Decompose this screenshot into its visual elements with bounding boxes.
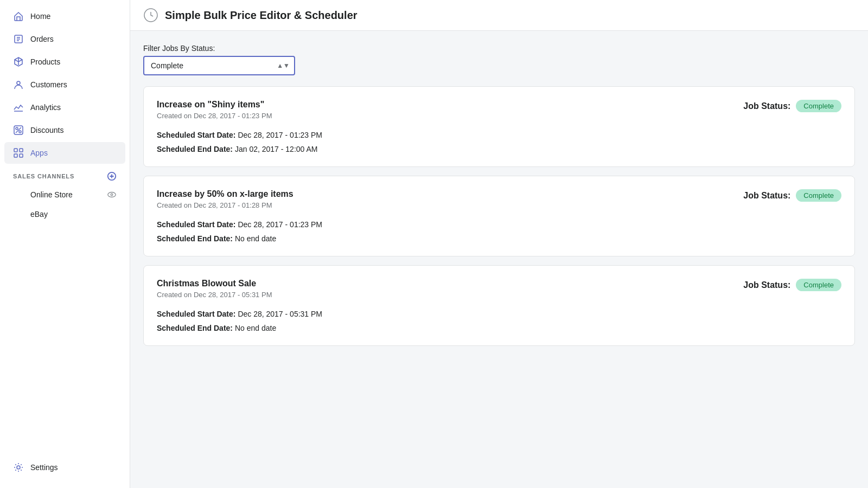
job-card-1-start-date: Scheduled Start Date: Dec 28, 2017 - 01:… <box>157 131 841 139</box>
home-icon <box>13 11 24 22</box>
job-card-2-status-badge: Complete <box>796 189 841 202</box>
job-card-1-dates: Scheduled Start Date: Dec 28, 2017 - 01:… <box>157 131 841 153</box>
filter-select[interactable]: All Complete Pending Running Failed <box>143 56 295 75</box>
job-card-1-end-date: Scheduled End Date: Jan 02, 2017 - 12:00… <box>157 145 841 153</box>
sidebar-item-online-store-label: Online Store <box>30 190 73 199</box>
job-card-3-start-label: Scheduled Start Date: <box>157 310 235 318</box>
sidebar-item-apps[interactable]: Apps <box>4 142 125 164</box>
sidebar-item-ebay-label: eBay <box>30 210 48 219</box>
job-card-1-created: Created on Dec 28, 2017 - 01:23 PM <box>157 112 272 120</box>
svg-point-12 <box>17 466 20 469</box>
job-list: Increase on "Shiny items" Created on Dec… <box>143 86 855 346</box>
job-card-2-start-date: Scheduled Start Date: Dec 28, 2017 - 01:… <box>157 220 841 229</box>
filter-section: Filter Jobs By Status: All Complete Pend… <box>143 44 855 75</box>
sidebar: Home Orders Products <box>0 0 130 488</box>
job-card-3-status-badge: Complete <box>796 279 841 291</box>
job-card-1-title: Increase on "Shiny items" <box>157 100 272 110</box>
sidebar-item-customers-label: Customers <box>30 80 67 89</box>
customers-icon <box>13 79 24 90</box>
job-card-2-start-label: Scheduled Start Date: <box>157 220 235 229</box>
sidebar-item-settings-label: Settings <box>30 463 58 472</box>
orders-icon <box>13 34 24 44</box>
sidebar-item-discounts-label: Discounts <box>30 126 63 134</box>
sales-channels-label: SALES CHANNELS <box>13 173 74 179</box>
analytics-icon <box>13 102 24 113</box>
job-card-3-title: Christmas Blowout Sale <box>157 279 272 288</box>
svg-rect-6 <box>20 149 23 152</box>
main-content: Simple Bulk Price Editor & Scheduler Fil… <box>130 0 868 488</box>
job-card-2-status-label: Job Status: <box>743 191 790 201</box>
job-card-2-start-value: Dec 28, 2017 - 01:23 PM <box>238 220 322 229</box>
sidebar-item-orders[interactable]: Orders <box>4 28 125 50</box>
job-card-2: Increase by 50% on x-large items Created… <box>143 176 855 256</box>
page-body: Filter Jobs By Status: All Complete Pend… <box>130 31 868 368</box>
job-card-1-end-label: Scheduled End Date: <box>157 145 233 153</box>
job-card-2-info: Increase by 50% on x-large items Created… <box>157 189 293 209</box>
job-card-1-start-label: Scheduled Start Date: <box>157 131 235 139</box>
job-card-3-end-label: Scheduled End Date: <box>157 324 233 332</box>
apps-icon <box>13 147 24 158</box>
job-card-2-header: Increase by 50% on x-large items Created… <box>157 189 841 209</box>
job-card-3-start-value: Dec 28, 2017 - 05:31 PM <box>238 310 322 318</box>
job-card-1-status-badge: Complete <box>796 100 841 112</box>
job-card-3: Christmas Blowout Sale Created on Dec 28… <box>143 265 855 346</box>
job-card-1-end-value: Jan 02, 2017 - 12:00 AM <box>235 145 318 153</box>
sidebar-item-online-store[interactable]: Online Store <box>4 185 125 204</box>
sidebar-nav: Home Orders Products <box>0 0 130 228</box>
job-card-3-created: Created on Dec 28, 2017 - 05:31 PM <box>157 291 272 299</box>
job-card-3-header: Christmas Blowout Sale Created on Dec 28… <box>157 279 841 299</box>
filter-label: Filter Jobs By Status: <box>143 44 855 53</box>
svg-rect-7 <box>14 154 17 157</box>
job-card-3-end-date: Scheduled End Date: No end date <box>157 324 841 332</box>
job-card-3-info: Christmas Blowout Sale Created on Dec 28… <box>157 279 272 299</box>
job-card-2-end-date: Scheduled End Date: No end date <box>157 234 841 243</box>
job-card-3-status-wrapper: Job Status: Complete <box>743 279 841 291</box>
online-store-eye-icon <box>107 190 117 200</box>
job-card-2-status-wrapper: Job Status: Complete <box>743 189 841 202</box>
sidebar-item-ebay[interactable]: eBay <box>4 205 125 223</box>
sidebar-item-discounts[interactable]: Discounts <box>4 119 125 141</box>
sidebar-item-analytics-label: Analytics <box>30 103 61 112</box>
job-card-3-end-value: No end date <box>235 324 276 332</box>
sidebar-item-customers[interactable]: Customers <box>4 74 125 95</box>
sidebar-item-orders-label: Orders <box>30 35 54 43</box>
sidebar-item-apps-label: Apps <box>30 149 48 157</box>
svg-point-11 <box>111 194 113 196</box>
sidebar-item-products[interactable]: Products <box>4 51 125 73</box>
svg-point-2 <box>16 127 18 130</box>
add-sales-channel-icon[interactable] <box>107 171 117 181</box>
job-card-1-status-label: Job Status: <box>743 101 790 111</box>
page-header: Simple Bulk Price Editor & Scheduler <box>130 0 868 31</box>
filter-select-wrapper: All Complete Pending Running Failed ▲▼ <box>143 56 295 75</box>
page-title: Simple Bulk Price Editor & Scheduler <box>165 9 358 22</box>
sidebar-item-home[interactable]: Home <box>4 5 125 27</box>
sales-channels-section: SALES CHANNELS <box>4 165 125 184</box>
job-card-1-start-value: Dec 28, 2017 - 01:23 PM <box>238 131 322 139</box>
svg-point-3 <box>19 131 21 133</box>
svg-point-10 <box>108 192 116 197</box>
job-card-2-created: Created on Dec 28, 2017 - 01:28 PM <box>157 201 293 209</box>
sidebar-item-settings[interactable]: Settings <box>4 457 125 478</box>
job-card-1-info: Increase on "Shiny items" Created on Dec… <box>157 100 272 120</box>
settings-icon <box>13 462 24 473</box>
job-card-2-end-value: No end date <box>235 234 276 243</box>
sidebar-item-products-label: Products <box>30 57 60 66</box>
sidebar-item-home-label: Home <box>30 12 50 21</box>
job-card-1-header: Increase on "Shiny items" Created on Dec… <box>157 100 841 120</box>
job-card-2-title: Increase by 50% on x-large items <box>157 189 293 199</box>
sidebar-bottom: Settings <box>0 451 130 488</box>
job-card-3-start-date: Scheduled Start Date: Dec 28, 2017 - 05:… <box>157 310 841 318</box>
app-icon <box>143 8 158 23</box>
job-card-3-status-label: Job Status: <box>743 280 790 290</box>
job-card-2-end-label: Scheduled End Date: <box>157 234 233 243</box>
discounts-icon <box>13 125 24 136</box>
svg-rect-5 <box>14 149 17 152</box>
job-card-1-status-wrapper: Job Status: Complete <box>743 100 841 112</box>
sidebar-item-analytics[interactable]: Analytics <box>4 97 125 118</box>
products-icon <box>13 56 24 67</box>
svg-point-1 <box>17 81 20 85</box>
job-card-3-dates: Scheduled Start Date: Dec 28, 2017 - 05:… <box>157 310 841 332</box>
svg-rect-8 <box>20 154 23 157</box>
job-card-1: Increase on "Shiny items" Created on Dec… <box>143 86 855 167</box>
job-card-2-dates: Scheduled Start Date: Dec 28, 2017 - 01:… <box>157 220 841 243</box>
